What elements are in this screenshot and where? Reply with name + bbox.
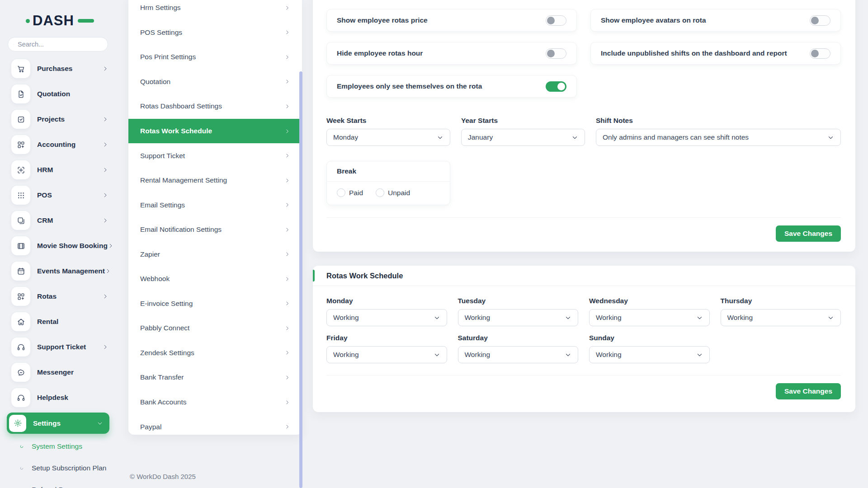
chevron-down-icon: [565, 314, 571, 321]
cart-icon: [11, 59, 30, 78]
radio-icon: [376, 188, 384, 197]
toggle-knob: [547, 17, 555, 24]
toggle-hide-employee-rotas-hour[interactable]: [546, 48, 566, 59]
sidebar-item-movie-show-booking[interactable]: Movie Show Booking: [0, 233, 117, 258]
year-starts-select[interactable]: January: [461, 129, 585, 146]
monday-select[interactable]: Working: [326, 309, 447, 326]
toggle-show-employee-rotas-price[interactable]: [546, 15, 566, 26]
settings-menu-item-rotas-dashboard-settings[interactable]: Rotas Dashboard Settings: [128, 94, 302, 119]
grid-plus-icon: [11, 287, 30, 306]
tuesday-select[interactable]: Working: [458, 309, 579, 326]
sidebar-item-projects[interactable]: Projects: [0, 107, 117, 132]
sidebar-nav: Purchases Quotation Projects Accounting …: [0, 56, 117, 488]
sidebar-item-purchases[interactable]: Purchases: [0, 56, 117, 81]
settings-menu-item-zendesk-settings[interactable]: Zendesk Settings: [128, 341, 302, 366]
thursday-select[interactable]: Working: [721, 309, 841, 326]
schedule-days-grid: Monday Working Tuesday Working Wednesday…: [313, 286, 855, 363]
settings-menu-scrollbar[interactable]: [299, 71, 302, 488]
week-starts-select[interactable]: Monday: [326, 129, 450, 146]
headset-icon: [11, 388, 30, 407]
save-changes-button[interactable]: Save Changes: [776, 225, 841, 242]
app-logo[interactable]: DASH: [26, 13, 94, 29]
sidebar-item-messenger[interactable]: Messenger: [0, 360, 117, 385]
schedule-card-title: Rotas Work Schedule: [326, 272, 403, 280]
sidebar-item-helpdesk[interactable]: Helpdesk: [0, 385, 117, 410]
settings-menu-item-pabbly-connect[interactable]: Pabbly Connect: [128, 316, 302, 341]
friday-select[interactable]: Working: [326, 346, 447, 363]
settings-menu-item-email-notification-settings[interactable]: Email Notification Settings: [128, 217, 302, 242]
chevron-right-icon: [284, 103, 290, 109]
week-starts-field: Week Starts Monday: [326, 117, 450, 146]
sidebar-subitem-setup-subscription-plan[interactable]: Setup Subscription Plan: [0, 457, 117, 479]
settings-menu-item-rotas-work-schedule[interactable]: Rotas Work Schedule: [128, 119, 302, 144]
film-icon: [11, 236, 30, 255]
toggle-knob: [811, 17, 819, 24]
sidebar: DASH Purchases Quotation Projects Accoun…: [0, 0, 117, 488]
day-field-saturday: Saturday Working: [458, 334, 579, 363]
settings-menu-item-rental-management-setting[interactable]: Rental Management Setting: [128, 168, 302, 193]
break-card: Break Paid Unpaid: [326, 161, 450, 205]
rota-settings-card: Show employee rotas price Show employee …: [313, 0, 855, 252]
settings-menu-item-bank-transfer[interactable]: Bank Transfer: [128, 365, 302, 390]
settings-menu-item-hrm-settings[interactable]: Hrm Settings: [128, 0, 302, 20]
sidebar-item-rotas[interactable]: Rotas: [0, 284, 117, 309]
sidebar-item-rental[interactable]: Rental: [0, 309, 117, 334]
toggle-show-employee-avatars[interactable]: [810, 15, 830, 26]
sidebar-item-events-management[interactable]: Events Management: [0, 258, 117, 284]
sidebar-item-quotation[interactable]: Quotation: [0, 81, 117, 107]
sidebar-item-accounting[interactable]: Accounting: [0, 132, 117, 157]
sunday-select[interactable]: Working: [589, 346, 710, 363]
wednesday-select[interactable]: Working: [589, 309, 710, 326]
day-field-monday: Monday Working: [326, 297, 447, 326]
chevron-right-icon: [284, 153, 290, 159]
chevron-right-icon: [284, 128, 290, 134]
settings-menu-panel: Hrm Settings POS Settings Pos Print Sett…: [128, 0, 302, 435]
chevron-right-icon: [284, 5, 290, 11]
chevron-down-icon: [827, 134, 834, 141]
chevron-right-icon: [284, 350, 290, 356]
chevron-right-icon: [284, 325, 290, 331]
home-icon: [11, 312, 30, 331]
settings-menu-item-e-invoice-setting[interactable]: E-invoice Setting: [128, 291, 302, 316]
shift-notes-select[interactable]: Only admins and managers can see shift n…: [596, 129, 841, 146]
sidebar-item-support-ticket[interactable]: Support Ticket: [0, 334, 117, 360]
save-changes-button[interactable]: Save Changes: [776, 383, 841, 399]
settings-menu-item-webhook[interactable]: Webhook: [128, 267, 302, 291]
chevron-right-icon: [102, 66, 108, 72]
chevron-down-icon: [565, 352, 571, 358]
rota-settings-footer: Save Changes: [326, 217, 841, 242]
sidebar-item-crm[interactable]: CRM: [0, 208, 117, 233]
sidebar-item-settings[interactable]: Settings: [7, 413, 109, 434]
settings-menu-item-zapier[interactable]: Zapier: [128, 242, 302, 267]
settings-menu-item-email-settings[interactable]: Email Settings: [128, 192, 302, 217]
chevron-right-icon: [284, 276, 290, 282]
schedule-footer: Save Changes: [326, 375, 841, 399]
checkbox-icon: [11, 110, 30, 129]
break-paid-option[interactable]: Paid: [337, 188, 363, 197]
toggle-employees-only-see-themselves[interactable]: [546, 81, 566, 92]
bullet-circle-icon: [19, 444, 24, 449]
settings-menu-item-pos-settings[interactable]: POS Settings: [128, 20, 302, 45]
sidebar-item-pos[interactable]: POS: [0, 183, 117, 208]
toggle-knob: [557, 83, 565, 90]
settings-menu-item-support-ticket[interactable]: Support Ticket: [128, 143, 302, 168]
chevron-down-icon: [696, 314, 703, 321]
settings-menu-item-bank-accounts[interactable]: Bank Accounts: [128, 390, 302, 415]
toggle-include-unpublished-shifts[interactable]: [810, 48, 830, 59]
sidebar-subitem-system-settings[interactable]: System Settings: [0, 436, 117, 457]
saturday-select[interactable]: Working: [458, 346, 579, 363]
chevron-right-icon: [284, 424, 290, 430]
chevron-right-icon: [102, 141, 108, 148]
settings-menu-item-pos-print-settings[interactable]: Pos Print Settings: [128, 45, 302, 70]
search-input[interactable]: [18, 41, 102, 48]
toggle-row-employees-only-see-themselves: Employees only see themselves on the rot…: [326, 75, 577, 98]
sidebar-item-hrm[interactable]: HRM: [0, 157, 117, 183]
settings-menu-item-quotation[interactable]: Quotation: [128, 70, 302, 94]
break-unpaid-option[interactable]: Unpaid: [376, 188, 410, 197]
empty-cell: [590, 75, 841, 98]
shift-notes-label: Shift Notes: [596, 117, 841, 125]
toggle-row-include-unpublished-shifts: Include unpublished shifts on the dashbo…: [590, 42, 841, 65]
week-starts-label: Week Starts: [326, 117, 450, 125]
sidebar-subitem-referral-program[interactable]: Referral Program: [0, 479, 117, 488]
settings-menu-item-paypal[interactable]: Paypal: [128, 414, 302, 435]
